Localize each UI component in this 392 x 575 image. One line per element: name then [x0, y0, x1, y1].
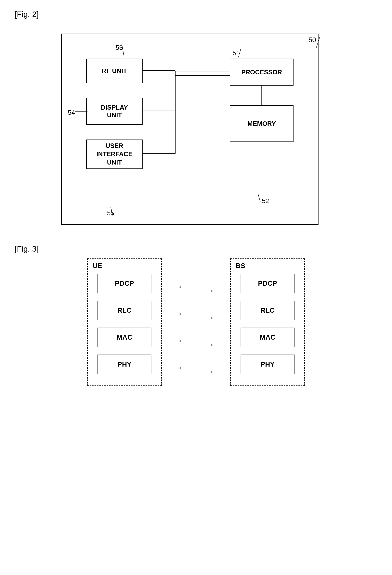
arrows-column [176, 259, 216, 386]
pdcp-left-arrow [179, 286, 213, 288]
fig2-container: 50 [61, 34, 331, 225]
ui-unit-box: USERINTERFACEUNIT [86, 140, 143, 169]
ref-52-line [253, 192, 268, 207]
ue-box: UE PDCP RLC MAC PHY [87, 259, 162, 386]
fig3-container: UE PDCP RLC MAC PHY [61, 259, 331, 386]
mac-left-arrow [179, 340, 213, 342]
ref-55-line [107, 206, 119, 218]
bs-pdcp-block: PDCP [240, 274, 294, 293]
ue-phy-label: PHY [117, 360, 131, 368]
ref-51-line [235, 48, 247, 60]
rlc-right-arrow [179, 317, 213, 319]
svg-line-9 [258, 194, 261, 202]
phy-left-arrow [179, 367, 213, 369]
svg-line-12 [111, 207, 113, 217]
ue-mac-label: MAC [117, 334, 132, 341]
memory-box: MEMORY [230, 105, 294, 142]
svg-line-8 [238, 49, 241, 57]
ue-rlc-label: RLC [117, 307, 131, 314]
figure-3-section: [Fig. 3] UE PDCP RLC MAC PHY [15, 244, 377, 386]
fig2-outer-box: RF UNIT DISPLAY UNIT USERINTERFACEUNIT P… [61, 34, 319, 225]
display-unit-label: DISPLAY UNIT [101, 104, 128, 119]
ue-pdcp-label: PDCP [115, 280, 134, 288]
bs-rlc-label: RLC [261, 307, 275, 314]
bs-mac-block: MAC [240, 328, 294, 347]
bs-pdcp-label: PDCP [258, 280, 277, 288]
memory-label: MEMORY [247, 120, 276, 127]
bs-mac-label: MAC [260, 334, 275, 341]
bs-phy-block: PHY [240, 355, 294, 374]
fig3-diagram: UE PDCP RLC MAC PHY [61, 259, 331, 386]
ue-label: UE [93, 262, 102, 270]
ref-54-line [75, 109, 87, 114]
phy-right-arrow [179, 371, 213, 373]
ref-53-line [119, 43, 131, 60]
bs-rlc-block: RLC [240, 301, 294, 320]
ref-54: 54 [68, 109, 75, 117]
fig3-label: [Fig. 3] [15, 244, 377, 254]
bs-phy-label: PHY [261, 360, 275, 368]
pdcp-right-arrow [179, 290, 213, 292]
processor-label: PROCESSOR [241, 69, 282, 76]
ue-rlc-block: RLC [98, 301, 152, 320]
ue-phy-block: PHY [98, 355, 152, 374]
ue-mac-block: MAC [98, 328, 152, 347]
ui-unit-label: USERINTERFACEUNIT [96, 142, 132, 167]
figure-2-section: [Fig. 2] 50 [15, 10, 377, 225]
rf-unit-box: RF UNIT [86, 59, 143, 83]
svg-line-10 [122, 44, 124, 57]
rlc-left-arrow [179, 313, 213, 315]
processor-box: PROCESSOR [230, 59, 294, 86]
fig2-label: [Fig. 2] [15, 10, 377, 19]
ue-pdcp-block: PDCP [98, 274, 152, 293]
mac-right-arrow [179, 344, 213, 346]
display-unit-box: DISPLAY UNIT [86, 98, 143, 125]
rf-unit-label: RF UNIT [102, 67, 127, 75]
bs-box: BS PDCP RLC MAC PHY [230, 259, 305, 386]
bs-label: BS [236, 262, 245, 270]
